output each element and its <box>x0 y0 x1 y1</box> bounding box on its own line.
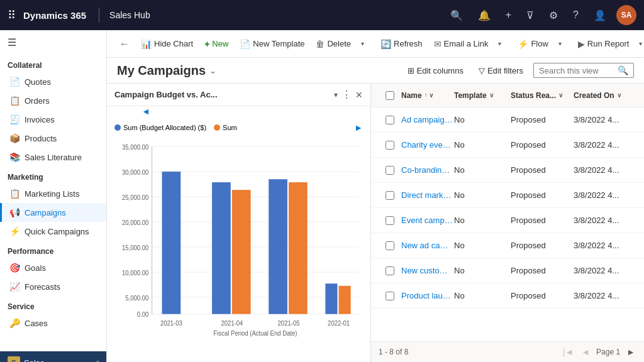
email-link-label: Email a Link <box>444 39 489 48</box>
row-cell-name-4[interactable]: Event campaign template (sample) <box>401 216 454 225</box>
sidebar-item-campaigns[interactable]: 📢 Campaigns <box>0 203 106 222</box>
edit-filters-button[interactable]: ▽ Edit filters <box>474 63 528 78</box>
filter-icon[interactable]: ⊽ <box>521 7 539 24</box>
row-cell-status-2: Proposed <box>511 165 574 175</box>
delete-button[interactable]: 🗑 Delete <box>311 36 356 52</box>
search-icon[interactable]: 🔍 <box>445 7 468 24</box>
user-icon[interactable]: 👤 <box>589 7 611 24</box>
table-row[interactable]: Co-branding with large retailer (sample)… <box>371 158 644 183</box>
bar-2022-01-blue[interactable] <box>325 283 337 314</box>
new-template-button[interactable]: 📄 New Template <box>235 36 309 52</box>
row-checkbox-5[interactable] <box>386 241 394 250</box>
sidebar-item-orders[interactable]: 📋 Orders <box>0 91 106 110</box>
table-row[interactable]: Direct marketing template (sample) No Pr… <box>371 183 644 208</box>
delete-dropdown[interactable]: ▾ <box>357 38 368 50</box>
bar-2021-05-orange[interactable] <box>289 182 308 314</box>
bar-2022-01-orange[interactable] <box>339 286 351 314</box>
sidebar-hamburger[interactable]: ☰ <box>0 30 106 55</box>
sidebar-item-cases[interactable]: 🔑 Cases <box>0 314 106 332</box>
row-checkbox-6[interactable] <box>386 266 394 275</box>
flow-button[interactable]: ⚡ Flow <box>513 36 553 52</box>
row-cell-created-0: 3/8/2022 4... <box>574 115 636 124</box>
sidebar-item-products[interactable]: 📦 Products <box>0 129 106 148</box>
email-dropdown[interactable]: ▾ <box>494 38 505 50</box>
sidebar-item-quick-campaigns[interactable]: ⚡ Quick Campaigns <box>0 222 106 241</box>
svg-text:2021-03: 2021-03 <box>160 319 182 327</box>
email-link-button[interactable]: ✉ Email a Link <box>429 36 494 52</box>
row-cell-status-6: Proposed <box>511 266 574 275</box>
edit-columns-button[interactable]: ⊞ Edit columns <box>402 63 469 78</box>
row-checkbox-4[interactable] <box>386 216 394 225</box>
new-button[interactable]: + New <box>199 36 233 52</box>
row-cell-name-2[interactable]: Co-branding with large retailer (sample) <box>401 165 454 175</box>
first-page-button[interactable]: |◄ <box>562 346 575 358</box>
grid-col-template[interactable]: Template ∨ <box>454 91 511 100</box>
back-button[interactable]: ← <box>114 36 135 52</box>
row-checkbox-7[interactable] <box>386 292 394 300</box>
chart-close-icon[interactable]: ✕ <box>355 90 363 100</box>
sidebar-item-marketing-lists[interactable]: 📋 Marketing Lists <box>0 184 106 203</box>
next-page-button[interactable]: ► <box>625 346 636 358</box>
run-report-button[interactable]: ▶ Run Report <box>573 36 634 52</box>
select-all-checkbox[interactable] <box>386 91 394 100</box>
avatar[interactable]: SA <box>616 5 636 25</box>
flow-dropdown[interactable]: ▾ <box>555 38 565 50</box>
table-row[interactable]: Charity event(sample) No Proposed 3/8/20… <box>371 133 644 158</box>
main-layout: ☰ Collateral 📄 Quotes 📋 Orders 🧾 Invoice… <box>0 30 644 362</box>
grid-sort-icon-template: ∨ <box>489 92 494 99</box>
notifications-icon[interactable]: 🔔 <box>473 7 496 24</box>
table-row[interactable]: New ad campaign(sample) No Proposed 3/8/… <box>371 233 644 258</box>
sidebar-bottom-sales[interactable]: S Sales ◁ <box>0 351 106 362</box>
chart-more-icon[interactable]: ⋮ <box>341 89 352 101</box>
help-icon[interactable]: ? <box>568 7 584 23</box>
bar-2021-04-orange[interactable] <box>232 190 251 314</box>
sidebar-item-quotes[interactable]: 📄 Quotes <box>0 72 106 91</box>
table-row[interactable]: Event campaign template (sample) No Prop… <box>371 208 644 233</box>
settings-icon[interactable]: ⚙ <box>544 7 563 24</box>
row-checkbox-0[interactable] <box>386 116 394 124</box>
app-grid-icon[interactable]: ⠿ <box>8 8 16 22</box>
row-cell-name-3[interactable]: Direct marketing template (sample) <box>401 190 454 200</box>
sidebar-item-invoices[interactable]: 🧾 Invoices <box>0 110 106 129</box>
grid-header: Name ↑ ∨ Template ∨ Status Rea... ∨ Crea… <box>371 84 644 107</box>
row-checkbox-col <box>379 216 401 225</box>
sidebar-item-forecasts[interactable]: 📈 Forecasts <box>0 277 106 296</box>
bar-2021-04-blue[interactable] <box>212 182 231 314</box>
chart-nav-right[interactable]: ► <box>354 123 363 133</box>
grid-col-name[interactable]: Name ↑ ∨ <box>401 91 454 100</box>
row-cell-name-7[interactable]: Product launch campaign (sample) <box>401 291 454 300</box>
row-checkbox-3[interactable] <box>386 191 394 200</box>
new-icon[interactable]: + <box>501 7 516 23</box>
search-icon[interactable]: 🔍 <box>618 65 628 75</box>
sidebar-item-sales-literature[interactable]: 📚 Sales Literature <box>0 148 106 167</box>
hide-chart-button[interactable]: 📊 Hide Chart <box>136 36 198 52</box>
prev-page-button[interactable]: ◄ <box>580 346 591 358</box>
chart-nav-left[interactable]: ◄ <box>142 106 150 116</box>
sidebar-item-goals[interactable]: 🎯 Goals <box>0 258 106 277</box>
row-cell-name-5[interactable]: New ad campaign(sample) <box>401 241 454 250</box>
table-row[interactable]: New customer loyalty program (sample) No… <box>371 258 644 283</box>
bar-2021-05-blue[interactable] <box>269 179 287 314</box>
grid-col-status[interactable]: Status Rea... ∨ <box>511 91 574 100</box>
row-checkbox-col <box>379 116 401 124</box>
page-title-chevron[interactable]: ⌄ <box>209 66 216 75</box>
row-cell-name-1[interactable]: Charity event(sample) <box>401 140 454 150</box>
run-report-dropdown[interactable]: ▾ <box>635 38 644 50</box>
bar-2021-03-blue[interactable] <box>162 172 181 314</box>
sidebar-item-orders-label: Orders <box>25 96 50 106</box>
search-input[interactable] <box>539 66 614 75</box>
chart-chevron-icon[interactable]: ▾ <box>334 90 338 99</box>
row-cell-name-6[interactable]: New customer loyalty program (sample) <box>401 266 454 275</box>
refresh-button[interactable]: 🔄 Refresh <box>375 36 428 52</box>
row-cell-name-0[interactable]: Ad campaign template (sample) <box>401 115 454 124</box>
row-checkbox-2[interactable] <box>386 166 394 175</box>
products-icon: 📦 <box>9 133 19 143</box>
command-bar: ← 📊 Hide Chart + New 📄 New Template 🗑 De… <box>107 30 644 58</box>
table-row[interactable]: Ad campaign template (sample) No Propose… <box>371 107 644 133</box>
table-row[interactable]: Product launch campaign (sample) No Prop… <box>371 283 644 309</box>
row-cell-status-0: Proposed <box>511 115 574 124</box>
row-checkbox-1[interactable] <box>386 141 394 150</box>
grid-col-created[interactable]: Created On ∨ <box>574 91 636 100</box>
svg-text:5,000.00: 5,000.00 <box>125 294 148 302</box>
sidebar-item-cases-label: Cases <box>25 319 48 328</box>
